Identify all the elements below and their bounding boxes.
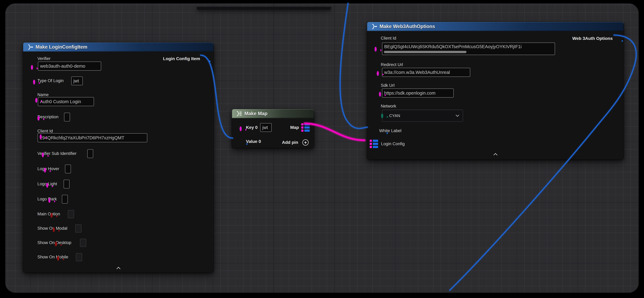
- input-pin-show-on-desktop[interactable]: [55, 242, 57, 246]
- node-title: Make Map: [244, 111, 268, 116]
- output-label-map: Map: [290, 125, 299, 130]
- blueprint-graph-canvas[interactable]: Make LoginConfigItem Login Config Item V…: [5, 4, 639, 293]
- input-pin-client-id[interactable]: [40, 134, 42, 139]
- verifier-field[interactable]: web3auth-auth0-demo: [38, 62, 101, 70]
- node-header-make-loginconfigitem[interactable]: Make LoginConfigItem: [23, 42, 214, 52]
- output-label-login-config-item: Login Config Item: [163, 56, 200, 61]
- pin-label-client-id: Client Id: [38, 128, 53, 134]
- input-pin-type-of-login[interactable]: [33, 80, 35, 84]
- input-pin-logo-light[interactable]: [46, 183, 48, 188]
- show-on-desktop-checkbox[interactable]: [80, 239, 86, 247]
- input-pin-redirect-url[interactable]: [377, 71, 379, 76]
- client-id-field[interactable]: BEglQSgt4cUWcj6SKRdu5QkOXTsePmMcusG5EAoy…: [382, 42, 555, 55]
- pin-label-white-label: White Label: [379, 128, 402, 133]
- pin-label-sdk-url: Sdk Url: [381, 83, 395, 88]
- show-on-modal-checkbox[interactable]: [75, 224, 82, 232]
- node-header-make-map[interactable]: Make Map: [232, 109, 314, 118]
- input-pin-network[interactable]: [381, 114, 383, 118]
- key0-field[interactable]: jwt: [260, 123, 272, 132]
- collapse-node-chevron-icon[interactable]: [494, 153, 497, 157]
- client-id-field[interactable]: 294QRkchfq2YaXUbPri7D6PH7xzHgQMT: [38, 133, 147, 142]
- pin-label-logo-dark: Logo Dark: [38, 196, 57, 202]
- input-pin-login-config[interactable]: [370, 140, 378, 148]
- pin-label-client-id: Client Id: [381, 36, 396, 41]
- pin-label-redirect-url: Redirect Url: [381, 62, 403, 67]
- node-make-map[interactable]: Make Map Key 0 jwt Map Value 0 Add pin +: [232, 109, 314, 148]
- pin-label-logo-hover: Logo Hover: [38, 166, 59, 171]
- network-dropdown[interactable]: CYAN: [382, 110, 463, 122]
- chevron-down-icon: [456, 113, 459, 117]
- make-struct-icon: [26, 44, 33, 50]
- input-pin-client-id[interactable]: [374, 47, 377, 52]
- offscreen-node-bottom-edge: [197, 7, 331, 10]
- node-make-loginconfigitem[interactable]: Make LoginConfigItem Login Config Item V…: [23, 42, 214, 272]
- client-id-field-scrollbar[interactable]: [384, 51, 466, 53]
- collapse-node-chevron-icon[interactable]: [116, 267, 120, 271]
- input-pin-main-option[interactable]: [50, 213, 53, 218]
- logo-light-field[interactable]: [64, 180, 70, 188]
- logo-dark-field[interactable]: [62, 195, 68, 204]
- input-pin-key0[interactable]: [240, 126, 242, 131]
- pin-label-value0: Value 0: [246, 139, 261, 144]
- add-pin-label[interactable]: Add pin: [282, 140, 298, 145]
- pin-label-verifier: Verifier: [38, 56, 50, 61]
- input-pin-name[interactable]: [35, 98, 38, 103]
- pin-label-show-on-desktop: Show On Desktop: [38, 240, 72, 245]
- verifier-sub-identifier-field[interactable]: [87, 149, 93, 158]
- input-pin-verifier-sub-identifier[interactable]: [42, 152, 44, 157]
- add-pin-icon[interactable]: +: [302, 139, 308, 146]
- network-dropdown-value: CYAN: [389, 113, 400, 118]
- show-on-mobile-checkbox[interactable]: [76, 253, 82, 261]
- logo-hover-field[interactable]: [65, 164, 71, 173]
- pin-label-name: Name: [38, 92, 49, 97]
- sdk-url-field[interactable]: https://sdk.openlogin.com: [382, 88, 454, 98]
- input-pin-logo-dark[interactable]: [48, 198, 50, 203]
- node-header-make-web3authoptions[interactable]: Make Web3AuthOptions: [367, 22, 624, 31]
- output-label-web3auth-options: Web 3Auth Options: [572, 36, 613, 41]
- input-pin-show-on-modal[interactable]: [53, 227, 55, 232]
- pin-label-description: Description: [38, 114, 58, 120]
- node-title: Make LoginConfigItem: [36, 44, 87, 50]
- node-make-web3authoptions[interactable]: Make Web3AuthOptions Web 3Auth Options C…: [367, 22, 624, 160]
- make-map-icon: [235, 111, 242, 116]
- pin-label-show-on-modal: Show On Modal: [38, 226, 67, 231]
- input-pin-logo-hover[interactable]: [44, 168, 46, 172]
- pin-label-network: Network: [381, 104, 396, 109]
- pin-label-type-of-login: Type Of Login: [38, 78, 64, 83]
- description-field[interactable]: [64, 113, 70, 122]
- input-pin-show-on-mobile[interactable]: [57, 256, 59, 261]
- pin-label-login-config: Login Config: [381, 141, 405, 146]
- pin-label-key0: Key 0: [246, 125, 258, 130]
- main-option-checkbox[interactable]: [68, 210, 74, 218]
- make-struct-icon: [370, 24, 377, 29]
- output-pin-map[interactable]: [301, 123, 310, 132]
- input-pin-verifier[interactable]: [31, 65, 33, 70]
- redirect-url-field[interactable]: w3a://com.w3a.Web3AuthUnreal: [382, 68, 470, 77]
- client-id-value: BEglQSgt4cUWcj6SKRdu5QkOXTsePmMcusG5EAoy…: [384, 44, 522, 49]
- input-pin-sdk-url[interactable]: [379, 92, 381, 97]
- name-field[interactable]: Auth0 Custom Login: [38, 97, 94, 106]
- node-title: Make Web3AuthOptions: [380, 24, 435, 29]
- type-of-login-field[interactable]: jwt: [71, 76, 83, 85]
- input-pin-description[interactable]: [38, 116, 40, 121]
